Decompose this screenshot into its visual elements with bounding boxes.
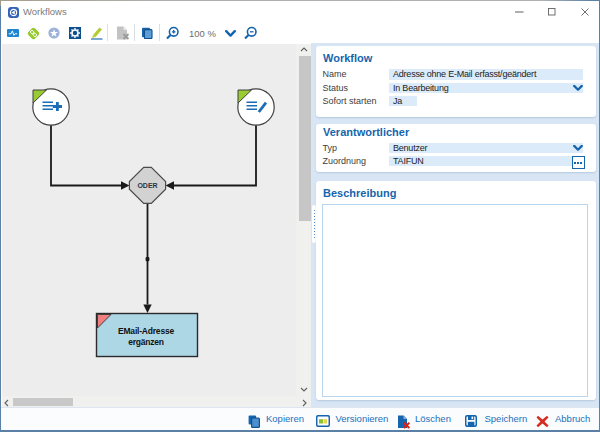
svg-text:ergänzen: ergänzen xyxy=(128,337,164,347)
svg-text:ODER: ODER xyxy=(137,182,157,189)
svg-text:EMail-Adresse: EMail-Adresse xyxy=(118,326,174,336)
